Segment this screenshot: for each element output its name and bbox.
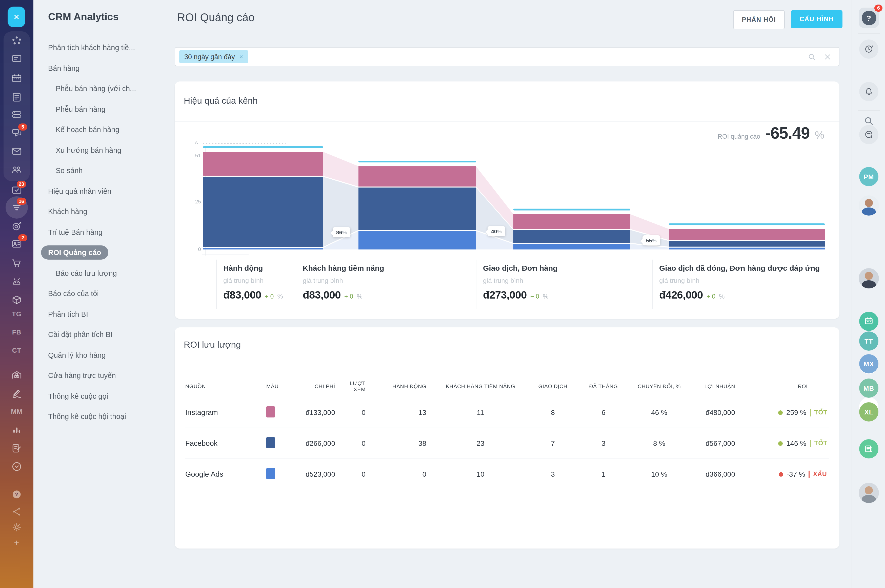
feedback-button[interactable]: PHẢN HỒI — [733, 10, 785, 29]
roi-summary: ROI quảng cáo -65.49 % — [718, 124, 824, 143]
news-bot-avatar[interactable] — [859, 439, 878, 459]
tasks-badge: 23 — [17, 181, 26, 188]
filter-actions — [808, 52, 839, 61]
status-dot — [778, 410, 783, 415]
status-badge: TỐT — [814, 409, 827, 416]
crm-card-icon[interactable] — [11, 53, 22, 64]
sidebar-item-ad-roi-selected[interactable]: ROI Quảng cáo — [33, 242, 167, 263]
card-divider — [175, 122, 840, 122]
avatar[interactable] — [859, 268, 879, 288]
conversion-badge-2: 40% — [488, 226, 505, 236]
channel-card-title: Hiệu quả của kênh — [184, 96, 258, 106]
sidebar-item-call-stats[interactable]: Thống kê cuộc gọi — [33, 386, 167, 406]
filter-chip-date-range[interactable]: 30 ngày gần đây × — [179, 50, 248, 63]
search-icon[interactable] — [808, 52, 816, 61]
sidebar-item-my-reports[interactable]: Báo cáo của tôi — [33, 284, 167, 304]
avatar-initials-tt[interactable]: TT — [859, 332, 878, 351]
android-icon[interactable] — [11, 276, 22, 287]
bell-icon — [864, 87, 874, 97]
people-icon[interactable] — [11, 164, 22, 175]
avatar-initials-mb[interactable]: MB — [859, 378, 878, 398]
sidebar-item-sales-intelligence[interactable]: Trí tuệ Bán hàng — [33, 222, 167, 242]
avatar-initials-xl[interactable]: XL — [859, 402, 878, 422]
sidebar-item-employee-performance[interactable]: Hiệu quả nhân viên — [33, 181, 167, 201]
table-row-facebook[interactable]: Facebook đ266,000 0 38 23 7 3 8 % đ567,0… — [185, 428, 829, 459]
shortcut-fb[interactable]: FB — [0, 328, 33, 336]
add-icon[interactable]: + — [0, 538, 33, 548]
stage-divider — [296, 260, 296, 309]
sidebar-item-inventory[interactable]: Quản lý kho hàng — [33, 345, 167, 365]
table-row-google-ads[interactable]: Google Ads đ523,000 0 0 10 3 1 10 % đ366… — [185, 459, 829, 489]
sidebar-item-compare[interactable]: So sánh — [33, 160, 167, 181]
avatar[interactable] — [859, 483, 879, 503]
stage-deals: Giao dịch, Đơn hànggiá trung bình đ273,0… — [483, 264, 558, 301]
app-window: ✕ 5 23 — [0, 0, 885, 588]
share-icon[interactable] — [11, 506, 22, 517]
warehouse-icon[interactable] — [11, 369, 22, 381]
sidebar-item-bi-analytics[interactable]: Phân tích BI — [33, 304, 167, 324]
signature-icon[interactable] — [11, 388, 22, 399]
report-edit-icon[interactable] — [11, 443, 22, 454]
configure-button[interactable]: CẤU HÌNH — [791, 10, 843, 28]
avatar[interactable] — [859, 195, 879, 216]
sidebar-item-bi-settings[interactable]: Cài đặt phân tích BI — [33, 324, 167, 345]
contacts-badge: 2 — [18, 234, 27, 241]
avatar-initials-mx[interactable]: MX — [859, 354, 878, 374]
conversion-badge-3: 55% — [643, 235, 660, 245]
notifications-button[interactable] — [859, 82, 878, 101]
status-badge: XẤU — [813, 471, 827, 478]
right-toolbar: ? 6 PM T — [852, 0, 885, 588]
shortcut-mm[interactable]: MM — [0, 408, 33, 416]
help-icon[interactable]: ? — [11, 489, 22, 500]
main-content: ROI Quảng cáo PHẢN HỒI CẤU HÌNH 30 ngày … — [167, 0, 852, 588]
sidebar-item-lead-analytics[interactable]: Phân tích khách hàng tiề... — [33, 38, 167, 58]
sidebar-item-chat-stats[interactable]: Thống kê cuộc hội thoại — [33, 406, 167, 427]
close-icon: ✕ — [13, 12, 20, 21]
clear-filter-icon[interactable] — [823, 52, 832, 61]
table-row-instagram[interactable]: Instagram đ133,000 0 13 11 8 6 46 % đ480… — [185, 397, 829, 428]
avatar-initials-pm[interactable]: PM — [859, 167, 878, 186]
document-icon[interactable] — [11, 92, 22, 103]
newspaper-icon — [864, 444, 874, 454]
sidebar-item-sales-funnel-conv[interactable]: Phễu bán hàng (với ch... — [33, 78, 167, 99]
gear-icon[interactable] — [11, 522, 22, 533]
drive-icon[interactable] — [11, 109, 22, 120]
sidebar: CRM Analytics Phân tích khách hàng tiề..… — [33, 0, 167, 588]
rail-divider — [858, 110, 880, 111]
shortcut-ct[interactable]: CT — [0, 346, 33, 354]
target-icon[interactable] — [11, 220, 22, 232]
funnel-bars[interactable] — [184, 142, 830, 261]
filter-bar[interactable]: 30 ngày gần đây × — [175, 47, 840, 66]
roi-cell: 259 % TỐT — [756, 408, 850, 417]
sidebar-item-sales-funnel[interactable]: Phễu bán hàng — [33, 99, 167, 119]
circle-chevron-icon[interactable] — [11, 461, 22, 472]
color-swatch — [266, 437, 275, 448]
box-icon[interactable] — [11, 294, 22, 306]
stage-divider — [652, 260, 653, 309]
sidebar-item-online-store[interactable]: Cửa hàng trực tuyến — [33, 365, 167, 386]
sidebar-item-sales-trend[interactable]: Xu hướng bán hàng — [33, 140, 167, 160]
search-button[interactable] — [863, 116, 874, 129]
sidebar-item-traffic-report[interactable]: Báo cáo lưu lượng — [33, 263, 167, 284]
sidebar-item-sales-plan[interactable]: Kế hoạch bán hàng — [33, 119, 167, 140]
table-header-row: NGUỒN MÀU CHI PHÍ LƯỢT XEM HÀNH ĐỘNG KHÁ… — [185, 375, 829, 397]
traffic-roi-card: ROI lưu lượng NGUỒN MÀU CHI PHÍ LƯỢT XEM… — [175, 327, 840, 549]
chip-close-icon[interactable]: × — [239, 53, 243, 60]
calendar-icon[interactable] — [11, 73, 22, 84]
roi-value: -65.49 — [765, 124, 810, 143]
shortcut-tg[interactable]: TG — [0, 310, 33, 318]
sidebar-item-sales[interactable]: Bán hàng — [33, 58, 167, 78]
calendar-chat-button[interactable] — [859, 312, 878, 331]
conversion-badge-1: 86% — [333, 227, 350, 237]
time-management-button[interactable] — [859, 39, 878, 59]
cart-icon[interactable] — [11, 258, 22, 269]
channel-performance-card: Hiệu quả của kênh ROI quảng cáo -65.49 %… — [175, 81, 840, 319]
traffic-table: NGUỒN MÀU CHI PHÍ LƯỢT XEM HÀNH ĐỘNG KHÁ… — [175, 375, 840, 489]
pulse-icon[interactable] — [11, 35, 22, 46]
help-button[interactable]: ? 6 — [859, 8, 879, 28]
sidebar-item-customers[interactable]: Khách hàng — [33, 201, 167, 222]
barchart-icon[interactable] — [11, 424, 22, 435]
stage-divider — [476, 260, 476, 309]
mail-icon[interactable] — [11, 146, 22, 157]
close-menu-button[interactable]: ✕ — [8, 7, 25, 27]
